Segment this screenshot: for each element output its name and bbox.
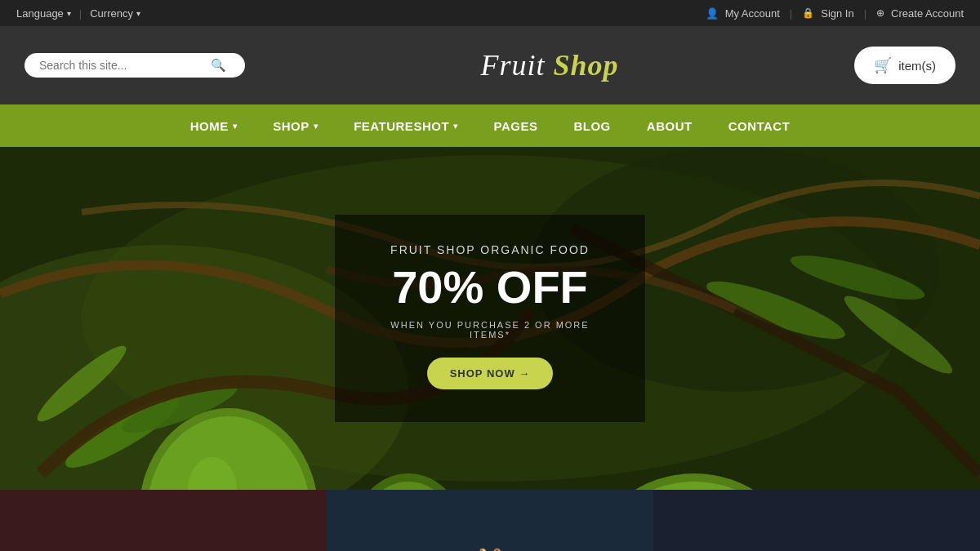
nav-item-pages[interactable]: PAGES — [476, 104, 556, 147]
bottom-cards: 🧺 — [0, 490, 980, 551]
cart-icon: 🛒 — [874, 56, 892, 74]
person-icon: 👤 — [706, 7, 719, 20]
cart-button[interactable]: 🛒 item(s) — [854, 47, 956, 84]
logo-fruit: Fruit — [481, 49, 546, 82]
search-input[interactable] — [39, 59, 211, 72]
search-button[interactable]: 🔍 — [211, 58, 226, 73]
search-icon: 🔍 — [211, 58, 226, 72]
divider2: | — [790, 7, 792, 20]
bottom-card-2: 🧺 — [327, 490, 653, 551]
nav-shop-chevron-icon: ▾ — [314, 122, 318, 131]
hero-subtitle: FRUIT SHOP ORGANIC FOOD — [380, 243, 600, 256]
nav-item-shop[interactable]: SHOP ▾ — [255, 104, 336, 147]
currency-label: Currency — [90, 7, 133, 20]
nav-item-featureshot[interactable]: FEATURESHOT ▾ — [336, 104, 475, 147]
nav-inner: HOME ▾ SHOP ▾ FEATURESHOT ▾ PAGES BLOG A… — [172, 104, 808, 147]
top-bar-right: 👤 My Account | 🔒 Sign In | ⊕ Create Acco… — [706, 7, 964, 20]
language-dropdown[interactable]: Language ▾ — [16, 7, 71, 20]
hero-section: FRUIT SHOP ORGANIC FOOD 70% OFF WHEN YOU… — [0, 147, 980, 490]
logo-shop: Shop — [554, 49, 619, 82]
language-chevron-icon: ▾ — [67, 9, 71, 18]
language-label: Language — [16, 7, 64, 20]
currency-chevron-icon: ▾ — [136, 9, 140, 18]
header: 🔍 Fruit Shop 🛒 item(s) — [0, 26, 980, 104]
currency-dropdown[interactable]: Currency ▾ — [90, 7, 140, 20]
nav-item-about[interactable]: ABOUT — [629, 104, 710, 147]
hero-overlay: FRUIT SHOP ORGANIC FOOD 70% OFF WHEN YOU… — [335, 215, 645, 422]
cart-label: item(s) — [898, 59, 936, 73]
nav-item-blog[interactable]: BLOG — [555, 104, 628, 147]
nav-featureshot-chevron-icon: ▾ — [453, 122, 458, 131]
create-account-link[interactable]: Create Account — [891, 7, 964, 20]
bottom-card-1 — [0, 490, 327, 551]
logo: Fruit Shop — [481, 48, 619, 82]
bottom-card-3 — [653, 490, 980, 551]
sign-in-link[interactable]: Sign In — [821, 7, 853, 20]
create-account-icon: ⊕ — [876, 7, 884, 19]
hero-description: WHEN YOU PURCHASE 2 OR MORE ITEMS* — [380, 320, 600, 340]
search-box[interactable]: 🔍 — [24, 53, 245, 78]
main-nav: HOME ▾ SHOP ▾ FEATURESHOT ▾ PAGES BLOG A… — [0, 104, 980, 147]
top-bar: Language ▾ | Currency ▾ 👤 My Account | 🔒… — [0, 0, 980, 26]
top-bar-left: Language ▾ | Currency ▾ — [16, 7, 140, 20]
nav-home-chevron-icon: ▾ — [233, 122, 238, 131]
shop-now-button[interactable]: SHOP NOW → — [427, 358, 554, 389]
hero-title: 70% OFF — [380, 264, 600, 310]
divider: | — [79, 7, 82, 20]
basket-icon: 🧺 — [478, 546, 502, 551]
nav-item-home[interactable]: HOME ▾ — [172, 104, 256, 147]
my-account-link[interactable]: My Account — [725, 7, 780, 20]
nav-item-contact[interactable]: CONTACT — [710, 104, 808, 147]
lock-icon: 🔒 — [802, 7, 814, 19]
divider3: | — [864, 7, 866, 20]
card-2-content: 🧺 — [327, 538, 653, 551]
